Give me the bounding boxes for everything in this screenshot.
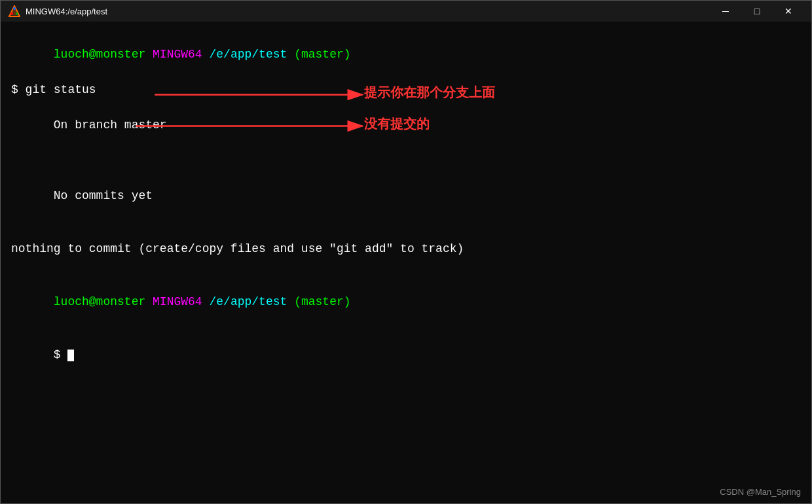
svg-point-2: [10, 12, 13, 15]
terminal-line-empty2: [11, 223, 801, 240]
svg-point-4: [13, 7, 16, 10]
terminal-line-prompt2: luoch@monster MINGW64 /e/app/test (maste…: [11, 276, 801, 329]
prompt2-user: luoch@monster: [54, 295, 145, 308]
titlebar: MINGW64:/e/app/test ─ □ ✕: [1, 1, 811, 22]
maximize-button[interactable]: □: [742, 1, 772, 22]
terminal-line-cursor: $: [11, 329, 801, 382]
terminal-window: MINGW64:/e/app/test ─ □ ✕ luoch@monster …: [0, 0, 812, 504]
prompt1-user: luoch@monster: [54, 48, 145, 61]
prompt1-branch: (master): [294, 48, 350, 61]
svg-point-3: [16, 12, 18, 15]
close-button[interactable]: ✕: [773, 1, 803, 22]
annotation2: 没有提交的: [364, 115, 430, 133]
window-title: MINGW64:/e/app/test: [26, 7, 107, 16]
terminal-body[interactable]: luoch@monster MINGW64 /e/app/test (maste…: [1, 22, 811, 503]
terminal-line-prompt1: luoch@monster MINGW64 /e/app/test (maste…: [11, 28, 801, 81]
prompt2-branch: (master): [294, 295, 350, 308]
prompt1-path: /e/app/test: [210, 48, 287, 61]
titlebar-left: MINGW64:/e/app/test: [9, 5, 107, 17]
terminal-line-empty3: [11, 258, 801, 276]
prompt1-mingw: MINGW64: [153, 48, 202, 61]
terminal-line-empty1: [11, 152, 801, 170]
minimize-button[interactable]: ─: [710, 1, 741, 22]
annotation1: 提示你在那个分支上面: [364, 84, 495, 101]
prompt2-path: /e/app/test: [210, 295, 287, 308]
terminal-line-commits: No commits yet: [11, 170, 801, 223]
cursor: [67, 350, 74, 361]
terminal-line-nothing: nothing to commit (create/copy files and…: [11, 240, 801, 258]
app-icon: [9, 5, 20, 17]
watermark: CSDN @Man_Spring: [720, 487, 801, 497]
prompt2-mingw: MINGW64: [153, 295, 202, 308]
titlebar-controls: ─ □ ✕: [710, 1, 803, 22]
